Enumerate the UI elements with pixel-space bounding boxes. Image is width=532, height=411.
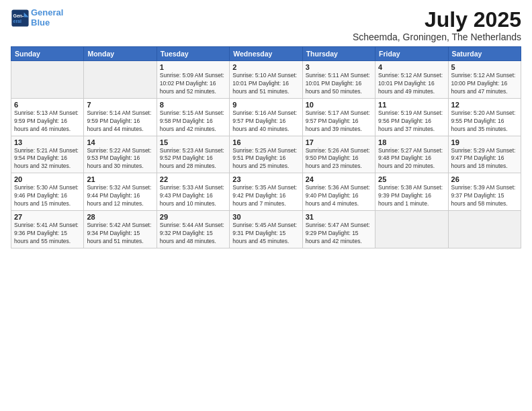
day-info: Sunrise: 5:45 AM Sunset: 9:31 PM Dayligh…: [232, 222, 299, 246]
header-cell-thursday: Thursday: [302, 47, 375, 61]
day-cell: 7Sunrise: 5:14 AM Sunset: 9:59 PM Daylig…: [84, 98, 157, 136]
day-info: Sunrise: 5:47 AM Sunset: 9:29 PM Dayligh…: [306, 222, 372, 246]
day-cell: [84, 61, 157, 99]
title-block: July 2025 Scheemda, Groningen, The Nethe…: [353, 8, 521, 42]
calendar-table: SundayMondayTuesdayWednesdayThursdayFrid…: [11, 46, 521, 248]
day-info: Sunrise: 5:23 AM Sunset: 9:52 PM Dayligh…: [160, 147, 226, 171]
day-number: 3: [306, 63, 372, 71]
day-number: 24: [306, 175, 372, 183]
day-number: 17: [306, 138, 372, 146]
day-cell: 3Sunrise: 5:11 AM Sunset: 10:01 PM Dayli…: [302, 61, 375, 99]
calendar-header: SundayMondayTuesdayWednesdayThursdayFrid…: [11, 47, 521, 61]
day-cell: 29Sunrise: 5:44 AM Sunset: 9:32 PM Dayli…: [157, 210, 229, 248]
day-number: 8: [160, 101, 226, 109]
week-row-2: 6Sunrise: 5:13 AM Sunset: 9:59 PM Daylig…: [11, 98, 521, 136]
day-cell: 19Sunrise: 5:29 AM Sunset: 9:47 PM Dayli…: [448, 136, 521, 173]
day-cell: 16Sunrise: 5:25 AM Sunset: 9:51 PM Dayli…: [230, 136, 302, 173]
day-cell: 26Sunrise: 5:39 AM Sunset: 9:37 PM Dayli…: [448, 173, 521, 211]
day-number: 25: [378, 175, 445, 183]
week-row-3: 13Sunrise: 5:21 AM Sunset: 9:54 PM Dayli…: [11, 136, 521, 173]
day-info: Sunrise: 5:11 AM Sunset: 10:01 PM Daylig…: [306, 72, 372, 96]
day-number: 13: [14, 138, 81, 146]
day-cell: 11Sunrise: 5:19 AM Sunset: 9:56 PM Dayli…: [375, 98, 448, 136]
day-cell: 1Sunrise: 5:09 AM Sunset: 10:02 PM Dayli…: [157, 61, 229, 99]
day-cell: 24Sunrise: 5:36 AM Sunset: 9:40 PM Dayli…: [302, 173, 375, 211]
day-info: Sunrise: 5:17 AM Sunset: 9:57 PM Dayligh…: [306, 109, 372, 134]
day-cell: 15Sunrise: 5:23 AM Sunset: 9:52 PM Dayli…: [157, 136, 229, 173]
day-cell: 14Sunrise: 5:22 AM Sunset: 9:53 PM Dayli…: [84, 136, 157, 173]
header-cell-friday: Friday: [375, 47, 448, 61]
day-cell: 12Sunrise: 5:20 AM Sunset: 9:55 PM Dayli…: [448, 98, 521, 136]
day-info: Sunrise: 5:44 AM Sunset: 9:32 PM Dayligh…: [160, 222, 226, 246]
day-cell: 8Sunrise: 5:15 AM Sunset: 9:58 PM Daylig…: [157, 98, 229, 136]
day-info: Sunrise: 5:32 AM Sunset: 9:44 PM Dayligh…: [87, 184, 153, 208]
header-cell-monday: Monday: [84, 47, 157, 61]
day-cell: 9Sunrise: 5:16 AM Sunset: 9:57 PM Daylig…: [230, 98, 302, 136]
svg-text:eral: eral: [13, 19, 22, 24]
day-cell: 10Sunrise: 5:17 AM Sunset: 9:57 PM Dayli…: [302, 98, 375, 136]
day-info: Sunrise: 5:15 AM Sunset: 9:58 PM Dayligh…: [160, 109, 226, 134]
day-number: 26: [451, 175, 518, 183]
day-cell: 23Sunrise: 5:35 AM Sunset: 9:42 PM Dayli…: [230, 173, 302, 211]
day-number: 20: [14, 175, 81, 183]
day-info: Sunrise: 5:26 AM Sunset: 9:50 PM Dayligh…: [306, 147, 372, 171]
day-info: Sunrise: 5:42 AM Sunset: 9:34 PM Dayligh…: [87, 222, 153, 246]
day-number: 12: [451, 101, 518, 109]
day-number: 9: [232, 101, 299, 109]
logo-line2: Blue: [31, 17, 50, 28]
day-number: 11: [378, 101, 445, 109]
header-row: SundayMondayTuesdayWednesdayThursdayFrid…: [11, 47, 521, 61]
day-number: 28: [87, 213, 153, 221]
day-cell: 18Sunrise: 5:27 AM Sunset: 9:48 PM Dayli…: [375, 136, 448, 173]
logo-line1: General: [31, 7, 63, 17]
day-cell: 17Sunrise: 5:26 AM Sunset: 9:50 PM Dayli…: [302, 136, 375, 173]
week-row-5: 27Sunrise: 5:41 AM Sunset: 9:36 PM Dayli…: [11, 210, 521, 248]
logo: Gen- eral General Blue: [11, 8, 63, 28]
day-cell: 6Sunrise: 5:13 AM Sunset: 9:59 PM Daylig…: [11, 98, 84, 136]
day-cell: 13Sunrise: 5:21 AM Sunset: 9:54 PM Dayli…: [11, 136, 84, 173]
day-cell: [11, 61, 84, 99]
day-info: Sunrise: 5:12 AM Sunset: 10:01 PM Daylig…: [378, 72, 445, 96]
day-number: 4: [378, 63, 445, 71]
header-cell-sunday: Sunday: [11, 47, 84, 61]
logo-text: General Blue: [31, 8, 63, 28]
day-number: 21: [87, 175, 153, 183]
day-cell: [375, 210, 448, 248]
day-number: 18: [378, 138, 445, 146]
day-info: Sunrise: 5:19 AM Sunset: 9:56 PM Dayligh…: [378, 109, 445, 134]
header: Gen- eral General Blue July 2025 Scheemd…: [11, 8, 521, 42]
day-cell: 30Sunrise: 5:45 AM Sunset: 9:31 PM Dayli…: [230, 210, 302, 248]
day-cell: 27Sunrise: 5:41 AM Sunset: 9:36 PM Dayli…: [11, 210, 84, 248]
day-info: Sunrise: 5:39 AM Sunset: 9:37 PM Dayligh…: [451, 184, 518, 208]
day-number: 1: [160, 63, 226, 71]
day-info: Sunrise: 5:35 AM Sunset: 9:42 PM Dayligh…: [232, 184, 299, 208]
day-info: Sunrise: 5:10 AM Sunset: 10:01 PM Daylig…: [232, 72, 299, 96]
location-subtitle: Scheemda, Groningen, The Netherlands: [353, 32, 521, 42]
day-info: Sunrise: 5:09 AM Sunset: 10:02 PM Daylig…: [160, 72, 226, 96]
day-cell: 31Sunrise: 5:47 AM Sunset: 9:29 PM Dayli…: [302, 210, 375, 248]
day-cell: 28Sunrise: 5:42 AM Sunset: 9:34 PM Dayli…: [84, 210, 157, 248]
day-info: Sunrise: 5:36 AM Sunset: 9:40 PM Dayligh…: [306, 184, 372, 208]
day-number: 14: [87, 138, 153, 146]
day-cell: 25Sunrise: 5:38 AM Sunset: 9:39 PM Dayli…: [375, 173, 448, 211]
svg-text:Gen-: Gen-: [13, 13, 25, 18]
svg-rect-0: [11, 9, 28, 26]
calendar-page: Gen- eral General Blue July 2025 Scheemd…: [0, 0, 532, 411]
day-number: 23: [232, 175, 299, 183]
day-info: Sunrise: 5:41 AM Sunset: 9:36 PM Dayligh…: [14, 222, 81, 246]
day-number: 30: [232, 213, 299, 221]
day-number: 15: [160, 138, 226, 146]
week-row-4: 20Sunrise: 5:30 AM Sunset: 9:46 PM Dayli…: [11, 173, 521, 211]
day-number: 7: [87, 101, 153, 109]
day-info: Sunrise: 5:25 AM Sunset: 9:51 PM Dayligh…: [232, 147, 299, 171]
day-info: Sunrise: 5:12 AM Sunset: 10:00 PM Daylig…: [451, 72, 518, 96]
day-number: 19: [451, 138, 518, 146]
day-info: Sunrise: 5:30 AM Sunset: 9:46 PM Dayligh…: [14, 184, 81, 208]
day-info: Sunrise: 5:21 AM Sunset: 9:54 PM Dayligh…: [14, 147, 81, 171]
day-cell: 5Sunrise: 5:12 AM Sunset: 10:00 PM Dayli…: [448, 61, 521, 99]
header-cell-saturday: Saturday: [448, 47, 521, 61]
day-info: Sunrise: 5:20 AM Sunset: 9:55 PM Dayligh…: [451, 109, 518, 134]
day-info: Sunrise: 5:22 AM Sunset: 9:53 PM Dayligh…: [87, 147, 153, 171]
day-number: 6: [14, 101, 81, 109]
day-info: Sunrise: 5:29 AM Sunset: 9:47 PM Dayligh…: [451, 147, 518, 171]
